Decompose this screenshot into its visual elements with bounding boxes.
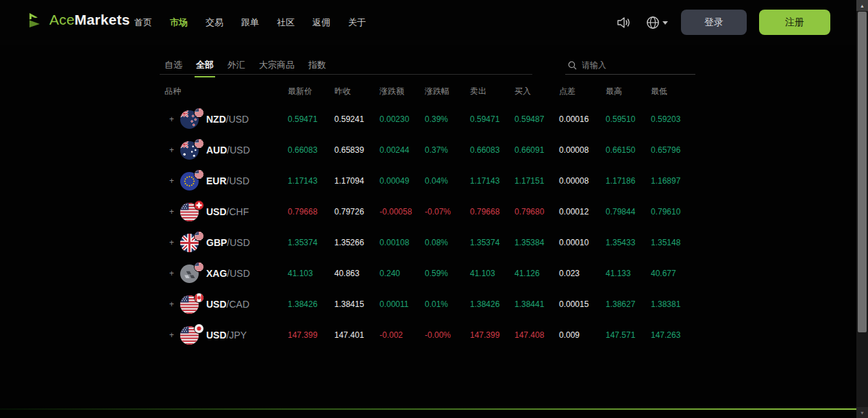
cell-last: 0.59471 [288, 114, 334, 124]
column-header: 买入 [514, 86, 559, 97]
currency-pair-flag-icon [180, 264, 201, 283]
cell-prev_close: 1.17094 [334, 176, 380, 186]
cell-change: 0.00230 [380, 114, 425, 124]
brand-name: AceMarkets [49, 12, 130, 28]
expand-plus-icon[interactable]: + [169, 269, 175, 278]
cell-change: 0.00108 [380, 238, 425, 247]
tab-指数[interactable]: 指数 [308, 59, 326, 77]
volume-icon[interactable] [617, 16, 631, 29]
symbol-cell: +AUD/USD [160, 140, 288, 160]
cell-spread: 0.00008 [559, 176, 606, 186]
quote-row-USD-JPY[interactable]: +USD/JPY147.399147.401-0.002-0.00%147.39… [160, 319, 695, 350]
symbol-cell: +USD/JPY [160, 325, 288, 345]
cell-buy: 41.126 [514, 269, 559, 278]
register-button[interactable]: 注册 [759, 10, 830, 35]
cell-sell: 1.38426 [470, 299, 514, 309]
currency-pair-flag-icon [180, 140, 201, 160]
cell-sell: 0.59471 [470, 114, 514, 124]
cell-high: 147.571 [606, 330, 651, 340]
cell-last: 0.79668 [288, 207, 334, 217]
base-currency: USD [206, 206, 227, 217]
currency-pair-flag-icon [180, 202, 201, 221]
expand-plus-icon[interactable]: + [169, 299, 175, 309]
symbol-search[interactable] [565, 59, 695, 75]
globe-icon [646, 16, 660, 29]
search-icon [568, 61, 577, 70]
quote-row-AUD-USD[interactable]: +AUD/USD0.660830.658390.002440.37%0.6608… [160, 134, 695, 165]
ch-flag-icon [195, 201, 203, 210]
scroll-down-arrow-icon[interactable]: ▼ [856, 407, 868, 418]
cell-spread: 0.00010 [559, 238, 606, 247]
nav-item-返佣[interactable]: 返佣 [312, 16, 330, 29]
tab-全部[interactable]: 全部 [196, 59, 214, 77]
cell-change_pct: 0.04% [425, 176, 470, 186]
cell-change_pct: 0.39% [425, 114, 470, 124]
scroll-up-arrow-icon[interactable]: ▲ [856, 0, 868, 11]
expand-plus-icon[interactable]: + [169, 330, 175, 340]
symbol-name: XAG/USD [206, 268, 250, 279]
quote-row-GBP-USD[interactable]: +GBP/USD1.353741.352660.001080.08%1.3537… [160, 227, 695, 258]
symbol-name: GBP/USD [206, 237, 250, 248]
search-input[interactable] [582, 60, 694, 70]
symbol-cell: +GBP/USD [160, 233, 288, 252]
top-navbar: AceMarkets 首页市场交易跟单社区返佣关于 登录 注册 [0, 0, 868, 45]
cell-low: 1.16897 [651, 176, 695, 186]
quote-row-XAG-USD[interactable]: +XAG/USD41.10340.8630.2400.59%41.10341.1… [160, 258, 695, 288]
currency-pair-flag-icon [180, 233, 201, 252]
nav-item-交易[interactable]: 交易 [206, 16, 223, 29]
cell-low: 147.263 [651, 330, 695, 340]
nav-item-市场[interactable]: 市场 [170, 16, 188, 29]
tab-自选[interactable]: 自选 [164, 59, 182, 77]
cell-prev_close: 0.59241 [334, 114, 380, 124]
nav-item-关于[interactable]: 关于 [348, 16, 366, 29]
vertical-scrollbar[interactable]: ▲ ▼ [856, 0, 868, 418]
expand-plus-icon[interactable]: + [169, 238, 175, 247]
quote-currency: /CAD [227, 299, 249, 310]
cell-change: 0.00049 [380, 176, 425, 186]
currency-pair-flag-icon [180, 295, 201, 314]
cell-change_pct: 0.37% [425, 145, 470, 155]
tab-外汇[interactable]: 外汇 [227, 59, 245, 77]
tab-大宗商品[interactable]: 大宗商品 [259, 59, 295, 77]
expand-plus-icon[interactable]: + [169, 145, 175, 155]
currency-pair-flag-icon [180, 325, 201, 345]
expand-plus-icon[interactable]: + [169, 114, 175, 124]
login-button[interactable]: 登录 [681, 10, 747, 35]
currency-pair-flag-icon [180, 171, 201, 190]
footer-divider [0, 408, 856, 410]
quote-row-USD-CAD[interactable]: +USD/CAD1.384261.384150.000110.01%1.3842… [160, 288, 695, 319]
cell-buy: 1.38441 [514, 299, 559, 309]
nav-item-社区[interactable]: 社区 [277, 16, 295, 29]
scrollbar-thumb[interactable] [858, 12, 867, 332]
cell-change_pct: 0.08% [425, 238, 470, 247]
expand-plus-icon[interactable]: + [169, 176, 175, 186]
symbol-name: AUD/USD [206, 145, 250, 156]
column-header: 昨收 [334, 86, 380, 97]
cell-buy: 0.66091 [514, 145, 559, 155]
us-flag-icon [195, 139, 203, 148]
cell-low: 40.677 [651, 269, 695, 278]
cell-prev_close: 0.65839 [334, 145, 380, 155]
quote-row-NZD-USD[interactable]: +NZD/USD0.594710.592410.002300.39%0.5947… [160, 103, 695, 134]
column-header: 最高 [606, 86, 651, 97]
quote-currency: /USD [227, 237, 249, 248]
cell-high: 1.35433 [606, 238, 651, 247]
expand-plus-icon[interactable]: + [169, 207, 175, 217]
language-selector[interactable] [646, 16, 668, 29]
column-header: 最低 [651, 86, 695, 97]
base-currency: USD [206, 330, 227, 341]
cell-change_pct: 0.01% [425, 299, 470, 309]
quote-currency: /USD [226, 114, 249, 125]
cell-spread: 0.00012 [559, 207, 606, 217]
quote-row-EUR-USD[interactable]: +EUR/USD1.171431.170940.000490.04%1.1714… [160, 165, 695, 196]
column-header: 点差 [559, 86, 606, 97]
cell-change_pct: -0.07% [425, 207, 470, 217]
nav-item-首页[interactable]: 首页 [134, 16, 152, 29]
brand-logo[interactable]: AceMarkets [27, 11, 130, 29]
cell-high: 1.17186 [606, 176, 651, 186]
quote-row-USD-CHF[interactable]: +USD/CHF0.796680.79726-0.00058-0.07%0.79… [160, 196, 695, 227]
caret-down-icon [662, 21, 668, 25]
nav-item-跟单[interactable]: 跟单 [241, 16, 259, 29]
cell-sell: 1.17143 [470, 176, 514, 186]
us-flag-icon [195, 232, 203, 241]
